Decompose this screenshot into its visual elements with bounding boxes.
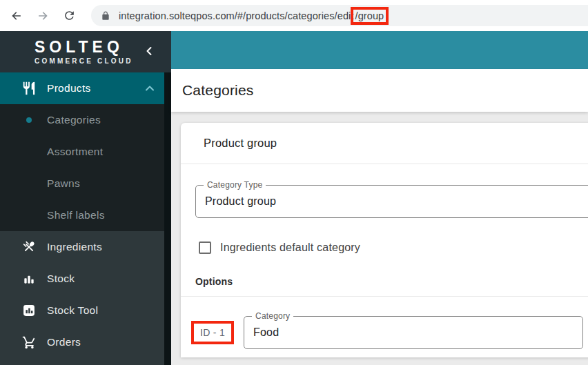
url-base-text: integration.solteqpos.com/#/products/cat… (119, 10, 354, 21)
address-bar[interactable]: integration.solteqpos.com/#/products/cat… (91, 5, 588, 26)
category-type-label: Category Type (204, 180, 266, 190)
chevron-up-icon[interactable] (145, 82, 155, 95)
url-highlight-annotation: /group (354, 10, 386, 21)
sidebar-item-stock[interactable]: Stock (0, 263, 171, 295)
sidebar-item-label: Stock (47, 273, 75, 285)
sidebar-nav: Products Categories Assortment Pawns (0, 72, 171, 365)
sidebar-item-label: Categories (47, 114, 101, 126)
restaurant-icon (21, 81, 37, 96)
category-type-value: Product group (196, 195, 276, 208)
options-heading: Options (195, 276, 588, 287)
sidebar: SOLTEQ COMMERCE CLOUD Products Categorie… (0, 31, 171, 365)
refresh-icon (63, 9, 76, 22)
products-submenu: Categories Assortment Pawns Shelf labels (0, 104, 171, 231)
main-area: Categories Product group Category Type P… (171, 31, 588, 365)
sidebar-item-orders[interactable]: Orders (0, 326, 171, 358)
sidebar-item-shelf-labels[interactable]: Shelf labels (0, 199, 171, 231)
card-title: Product group (204, 137, 277, 150)
sidebar-item-assortment[interactable]: Assortment (0, 136, 171, 168)
back-arrow-icon (10, 9, 23, 23)
back-button[interactable] (8, 8, 25, 24)
sidebar-item-label: Orders (47, 336, 81, 348)
options-row: ID - 1 Category Food (181, 316, 588, 349)
forward-arrow-icon (36, 9, 50, 23)
sidebar-item-label: Assortment (47, 146, 103, 158)
forward-button[interactable] (35, 8, 51, 24)
page-content: Product group Category Type Product grou… (171, 112, 588, 365)
sidebar-item-label: Ingredients (47, 241, 102, 253)
bar-chart-icon (21, 272, 37, 286)
shopping-cart-icon (21, 335, 37, 350)
sidebar-item-label: Products (47, 82, 91, 95)
sidebar-item-categories[interactable]: Categories (0, 104, 171, 136)
url-text: integration.solteqpos.com/#/products/cat… (119, 10, 385, 21)
category-value: Food (244, 326, 279, 339)
sidebar-item-products[interactable]: Products (0, 72, 171, 104)
page-header: Categories (171, 69, 588, 112)
category-name-field[interactable]: Category Food (244, 316, 583, 349)
active-dot-icon (21, 117, 37, 123)
sidebar-collapse-button[interactable] (145, 46, 153, 59)
lock-icon (101, 11, 110, 21)
card-header: Product group (181, 123, 588, 164)
id-badge-annotation: ID - 1 (191, 321, 234, 344)
sidebar-item-label: Stock Tool (47, 304, 98, 317)
ingredients-default-row: Ingredients default category (199, 241, 588, 254)
checkbox-label: Ingredients default category (220, 241, 360, 254)
sidebar-item-label: Shelf labels (47, 209, 105, 221)
category-label: Category (252, 311, 293, 321)
sidebar-logo: SOLTEQ COMMERCE CLOUD (0, 31, 171, 72)
browser-toolbar: integration.solteqpos.com/#/products/cat… (0, 0, 588, 31)
chart-box-icon (21, 304, 37, 317)
refresh-button[interactable] (61, 8, 77, 24)
sidebar-item-pawns[interactable]: Pawns (0, 168, 171, 199)
card-body: Category Type Product group Ingredients … (181, 185, 588, 349)
category-type-field[interactable]: Category Type Product group (195, 185, 588, 218)
product-group-card: Product group Category Type Product grou… (181, 123, 588, 357)
chevron-left-icon (145, 46, 153, 56)
crossed-utensils-icon (21, 239, 37, 255)
sidebar-item-label: Pawns (47, 177, 80, 190)
options-divider (181, 296, 588, 297)
ingredients-default-checkbox[interactable] (199, 241, 211, 254)
app-topbar (171, 31, 588, 69)
sidebar-item-ingredients[interactable]: Ingredients (0, 231, 171, 263)
page-title: Categories (182, 82, 254, 99)
sidebar-item-stock-tool[interactable]: Stock Tool (0, 295, 171, 326)
